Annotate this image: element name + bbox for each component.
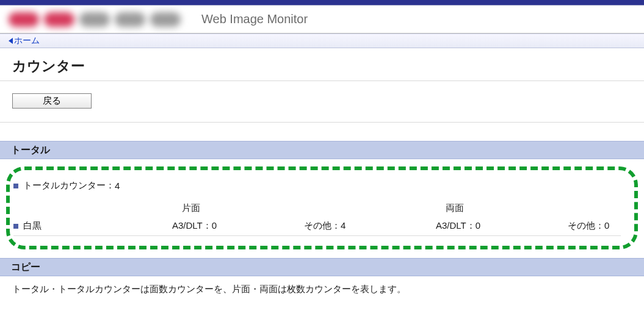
table-row: 白黒 A3/DLT：0 その他：4 A3/DLT：0 その他：0 [13,220,621,236]
cell-simplex-other: その他：4 [304,220,436,232]
cell-duplex-a3: A3/DLT：0 [436,220,568,232]
breadcrumb: ホーム [0,34,644,48]
col-header-simplex: 片面 [182,202,446,214]
section-header-total-label: トータル [11,144,50,157]
app-title: Web Image Monitor [201,12,308,26]
breadcrumb-home-label: ホーム [14,35,40,45]
section-header-copy: コピー [0,258,644,276]
total-counter-label: トータルカウンター： [23,180,115,191]
total-counter-row: トータルカウンター： 4 [13,180,621,191]
cell-simplex-a3: A3/DLT：0 [172,220,304,232]
bullet-icon [13,224,18,229]
total-content-block: トータルカウンター： 4 片面 両面 白黒 A3/DLT：0 その他：4 A3/… [6,166,638,249]
bullet-icon [13,184,18,188]
breadcrumb-home-link[interactable]: ホーム [9,35,40,46]
col-header-duplex: 両面 [446,202,464,214]
brand-logo-blurred [9,12,181,27]
cell-duplex-other: その他：0 [568,220,609,232]
copy-note: トータル・トータルカウンターは面数カウンターを、片面・両面は枚数カウンターを表し… [0,276,644,298]
back-button[interactable]: 戻る [12,93,92,109]
section-header-copy-label: コピー [11,261,40,274]
header: Web Image Monitor [0,5,644,34]
row-bw-label: 白黒 [23,220,42,232]
arrow-left-icon [9,38,13,44]
page-title: カウンター [12,57,632,76]
button-row: 戻る [0,81,644,123]
total-counter-value: 4 [115,181,120,191]
top-accent-bar [0,0,644,5]
table-column-headers: 片面 両面 [13,202,621,214]
page-title-region: カウンター [0,48,644,81]
section-header-total: トータル [0,141,644,159]
